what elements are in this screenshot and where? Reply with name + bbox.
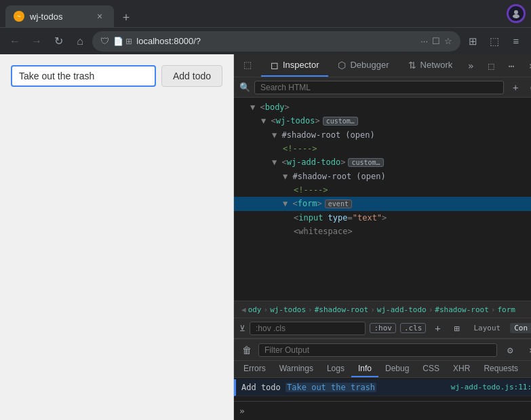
console-input[interactable]	[249, 406, 531, 416]
breadcrumb-form[interactable]: form	[497, 305, 515, 314]
console-tab-debug[interactable]: Debug	[378, 361, 416, 377]
console-message-text: Add todo Take out the trash	[241, 381, 451, 394]
filter-icon: ⊻	[239, 324, 245, 333]
search-icon: 🔍	[239, 82, 250, 92]
new-tab-button[interactable]: +	[117, 8, 136, 27]
console-input-row: » ⬚	[234, 401, 531, 420]
inspector-icon: ◻	[271, 60, 279, 71]
html-search-input[interactable]	[254, 81, 504, 94]
refresh-button[interactable]: ↻	[49, 32, 68, 51]
devtools-more-tabs[interactable]: »	[462, 57, 479, 75]
tab-favicon: ~	[14, 11, 24, 22]
security-icon: 🛡	[100, 36, 109, 46]
title-bar: ~ wj-todos × +	[0, 0, 531, 27]
reader-icon: 📄 ⊞	[113, 37, 132, 46]
todo-input-row: Add todo	[11, 65, 222, 87]
window-controls	[507, 4, 526, 23]
network-icon: ⇅	[408, 60, 416, 71]
styles-add-button[interactable]: +	[430, 321, 445, 336]
custom-badge: custom…	[323, 117, 358, 126]
tree-item-wj-add-todo[interactable]: ▼ <wj-add-todo>custom…	[234, 155, 531, 170]
forward-button[interactable]: →	[27, 32, 46, 51]
tree-item-whitespace[interactable]: <whitespace>	[234, 225, 531, 238]
extensions-button[interactable]: ⊞	[463, 32, 482, 51]
custom-badge-2: custom…	[348, 158, 383, 167]
styles-new-rule-button[interactable]: ⊞	[449, 321, 464, 336]
devtools-more-button[interactable]: ⋯	[503, 57, 520, 75]
pick-icon: ⬚	[243, 60, 252, 70]
tree-item-comment-1[interactable]: <!---->	[234, 142, 531, 155]
url-input[interactable]	[136, 36, 416, 46]
tree-item-shadow-root-2[interactable]: ▼ #shadow-root (open)	[234, 170, 531, 183]
console-close-button[interactable]: ×	[523, 341, 531, 359]
back-button[interactable]: ←	[5, 32, 24, 51]
console-prompt: »	[239, 406, 245, 416]
console-tab-logs[interactable]: Logs	[320, 361, 351, 377]
breadcrumb-shadow-root-1[interactable]: #shadow-root	[315, 305, 368, 314]
browser-window: ~ wj-todos × +	[0, 0, 531, 420]
profile-avatar[interactable]	[507, 4, 526, 23]
navigation-bar: ← → ↻ ⌂ 🛡 📄 ⊞ ··· ☐ ☆ ⊞ ⬚ ≡	[0, 27, 531, 54]
message-prefix: Add todo	[241, 383, 286, 392]
tree-item-comment-2[interactable]: <!---->	[234, 183, 531, 197]
devtools-close-button[interactable]: ×	[523, 57, 531, 75]
tree-item-input[interactable]: <input type="text">	[234, 211, 531, 225]
console-tab-info[interactable]: Info	[351, 361, 378, 377]
shield-icon: ☐	[432, 36, 440, 46]
con-button[interactable]: Con ▾	[510, 323, 531, 333]
breadcrumb: ◀ ody › wj-todos › #shadow-root › wj-add…	[234, 301, 531, 318]
devtools-panel: ⬚ ◻ Inspector ⬡ Debugger ⇅ Network »	[234, 54, 531, 420]
tab-close-button[interactable]: ×	[94, 10, 106, 22]
ellipsis-icon: ···	[420, 36, 428, 46]
message-highlight: Take out the trash	[286, 383, 376, 392]
console-filter-input[interactable]	[258, 343, 497, 357]
devtools-tab-pick[interactable]: ⬚	[234, 54, 261, 77]
breadcrumb-shadow-root-2[interactable]: #shadow-root	[435, 305, 488, 314]
breadcrumb-wj-add-todo[interactable]: wj-add-todo	[377, 305, 427, 314]
console-settings-button[interactable]: ⚙	[501, 341, 519, 359]
breadcrumb-wj-todos[interactable]: wj-todos	[270, 305, 306, 314]
profile-button[interactable]	[507, 4, 526, 23]
tree-item-shadow-root-1[interactable]: ▼ #shadow-root (open)	[234, 128, 531, 142]
filter-styles-input[interactable]	[250, 322, 366, 335]
console-tab-warnings[interactable]: Warnings	[273, 361, 320, 377]
console-tab-xhr[interactable]: XHR	[446, 361, 477, 377]
devtools-responsive-button[interactable]: ⬚	[482, 57, 500, 75]
add-todo-button[interactable]: Add todo	[161, 65, 222, 87]
devtools-tab-inspector[interactable]: ◻ Inspector	[261, 54, 328, 77]
menu-button[interactable]: ≡	[507, 32, 526, 51]
console-tab-requests[interactable]: Requests	[477, 361, 525, 377]
tree-item-wj-todos[interactable]: ▼ <wj-todos>custom…	[234, 114, 531, 128]
breadcrumb-body[interactable]: ody	[248, 305, 262, 314]
address-bar-actions: ··· ☐ ☆	[420, 36, 452, 46]
message-source[interactable]: wj-add-todo.js:11:15	[451, 381, 531, 394]
console-tab-css[interactable]: CSS	[416, 361, 446, 377]
active-tab[interactable]: ~ wj-todos ×	[5, 5, 114, 27]
devtools-tab-debugger[interactable]: ⬡ Debugger	[328, 54, 398, 77]
todo-text-input[interactable]	[11, 65, 156, 87]
hov-badge[interactable]: :hov	[370, 323, 396, 333]
html-tree: ▼ <body> ▼ <wj-todos>custom… ▼ #shadow-r…	[234, 98, 531, 301]
address-bar[interactable]: 🛡 📄 ⊞ ··· ☐ ☆	[92, 31, 460, 52]
console-messages: Add todo Take out the trash wj-add-todo.…	[234, 378, 531, 401]
layout-button[interactable]: Layout	[468, 324, 506, 332]
devtools-tab-network[interactable]: ⇅ Network	[399, 54, 463, 77]
breadcrumb-arrow: ◀	[241, 305, 246, 314]
console-clear-button[interactable]: 🗑	[239, 343, 254, 358]
event-badge: event	[325, 199, 352, 208]
sidebar-button[interactable]: ⬚	[485, 32, 504, 51]
tree-item-form[interactable]: ▼ <form>event	[234, 197, 531, 211]
html-tree-toolbar: 🔍 + ⚙	[234, 77, 531, 98]
html-add-button[interactable]: +	[508, 80, 523, 95]
console-tab-errors[interactable]: Errors	[237, 361, 273, 377]
home-button[interactable]: ⌂	[71, 32, 90, 51]
star-icon: ☆	[444, 36, 452, 46]
cls-badge[interactable]: .cls	[400, 323, 427, 333]
tree-item-body[interactable]: ▼ <body>	[234, 100, 531, 114]
content-area: Add todo ⬚ ◻ Inspector ⬡ Debugger ⇅	[0, 54, 531, 420]
page-content: Add todo	[0, 54, 234, 420]
devtools-more-actions: » ⬚ ⋯ ×	[462, 57, 531, 75]
svg-point-1	[513, 14, 519, 18]
console-message: Add todo Take out the trash wj-add-todo.…	[234, 379, 531, 396]
html-settings-button[interactable]: ⚙	[526, 80, 531, 95]
